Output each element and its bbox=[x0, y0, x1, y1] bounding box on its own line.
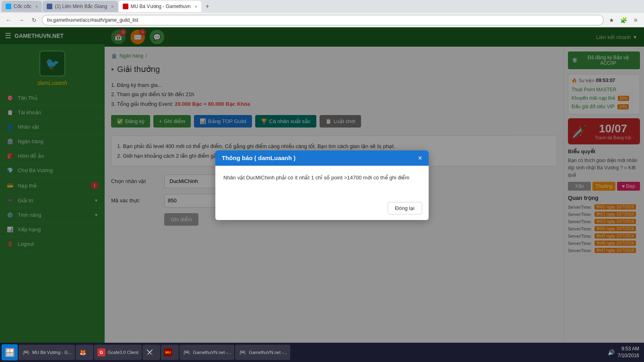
taskbar-item-gcafe[interactable]: G Gcafe3.0 Client bbox=[94, 345, 142, 360]
nav-refresh-button[interactable]: ↻ bbox=[29, 15, 39, 25]
taskbar: 🪟 🎮 MU Bá Vương - G... 🦊 G Gcafe3.0 Clie… bbox=[0, 343, 644, 362]
taskbar-item-mu[interactable]: MU bbox=[161, 345, 179, 360]
nav-back-button[interactable]: ← bbox=[3, 15, 14, 25]
browser-titlebar: Cốc cốc × (1) Liên Minh Bắc Giang × MU B… bbox=[0, 0, 644, 13]
tab-lienminh-label: (1) Liên Minh Bắc Giang bbox=[55, 4, 107, 9]
taskbar-item-3[interactable]: ⚔️ bbox=[142, 345, 160, 360]
modal-close-button[interactable]: × bbox=[418, 154, 422, 162]
taskbar-item-0[interactable]: 🎮 MU Bá Vương - G... bbox=[19, 345, 75, 360]
taskbar-time: 9:53 AM bbox=[618, 346, 639, 352]
firefox-icon: 🦊 bbox=[79, 348, 87, 356]
taskbar-start-button[interactable]: 🪟 bbox=[2, 344, 18, 360]
gamethuvn2-icon: 🎮 bbox=[238, 348, 246, 356]
gcafe-icon: G bbox=[97, 348, 105, 356]
coccoc-favicon bbox=[6, 4, 11, 9]
tab-mu-close[interactable]: × bbox=[195, 4, 197, 9]
taskbar-label-gcafe: Gcafe3.0 Client bbox=[108, 350, 138, 355]
taskbar-icon-3: ⚔️ bbox=[146, 348, 154, 356]
browser-toolbar: ← → ↻ ★ 🧩 ≡ bbox=[0, 13, 644, 27]
tab-add-button[interactable]: + bbox=[202, 1, 213, 12]
taskbar-right: 🔊 9:53 AM 7/10/2016 bbox=[608, 346, 642, 359]
taskbar-clock: 9:53 AM 7/10/2016 bbox=[618, 346, 639, 359]
tab-lienminh-close[interactable]: × bbox=[111, 4, 114, 9]
bookmark-icon[interactable]: ★ bbox=[606, 15, 617, 25]
volume-icon[interactable]: 🔊 bbox=[608, 349, 615, 356]
tab-mu[interactable]: MU Bá Vương - Gamethuvn × bbox=[119, 1, 202, 12]
tab-mu-label: MU Bá Vương - Gamethuvn bbox=[131, 4, 191, 9]
mu-favicon bbox=[123, 4, 128, 9]
lienminh-favicon bbox=[47, 4, 52, 9]
taskbar-item-firefox[interactable]: 🦊 bbox=[76, 345, 93, 360]
extensions-icon[interactable]: 🧩 bbox=[618, 15, 629, 25]
taskbar-icon-0: 🎮 bbox=[22, 348, 30, 356]
modal-title: Thông báo ( damLuaanh ) bbox=[222, 154, 295, 161]
gamethuvn1-icon: 🎮 bbox=[183, 348, 191, 356]
modal-footer: Đóng lại bbox=[215, 198, 429, 220]
modal-dialog: Thông báo ( damLuaanh ) × Nhân vật DucMi… bbox=[215, 150, 429, 220]
settings-icon[interactable]: ≡ bbox=[630, 15, 641, 25]
tab-coccoc[interactable]: Cốc cốc × bbox=[2, 1, 42, 12]
taskbar-label-5: GamethuVN.net -... bbox=[193, 350, 231, 355]
tab-coccoc-label: Cốc cốc bbox=[14, 4, 31, 9]
nav-forward-button[interactable]: → bbox=[16, 15, 27, 25]
address-bar[interactable] bbox=[42, 15, 604, 25]
dong-lai-button[interactable]: Đóng lại bbox=[388, 202, 422, 214]
modal-overlay: Thông báo ( damLuaanh ) × Nhân vật DucMi… bbox=[0, 27, 644, 343]
taskbar-label-0: MU Bá Vương - G... bbox=[32, 350, 72, 355]
modal-body: Nhân vật DucMiChinh phải có ít nhất 1 ch… bbox=[215, 166, 429, 198]
tab-coccoc-close[interactable]: × bbox=[35, 4, 38, 9]
modal-header: Thông báo ( damLuaanh ) × bbox=[215, 150, 429, 166]
taskbar-item-gamethuvn-2[interactable]: 🎮 GamethuVN.net -... bbox=[235, 345, 290, 360]
taskbar-label-6: GamethuVN.net -... bbox=[249, 350, 287, 355]
taskbar-date: 7/10/2016 bbox=[618, 352, 639, 359]
taskbar-item-gamethuvn-1[interactable]: 🎮 GamethuVN.net -... bbox=[180, 345, 235, 360]
tab-lienminh[interactable]: (1) Liên Minh Bắc Giang × bbox=[43, 1, 118, 12]
mu-taskbar-icon: MU bbox=[164, 348, 172, 356]
